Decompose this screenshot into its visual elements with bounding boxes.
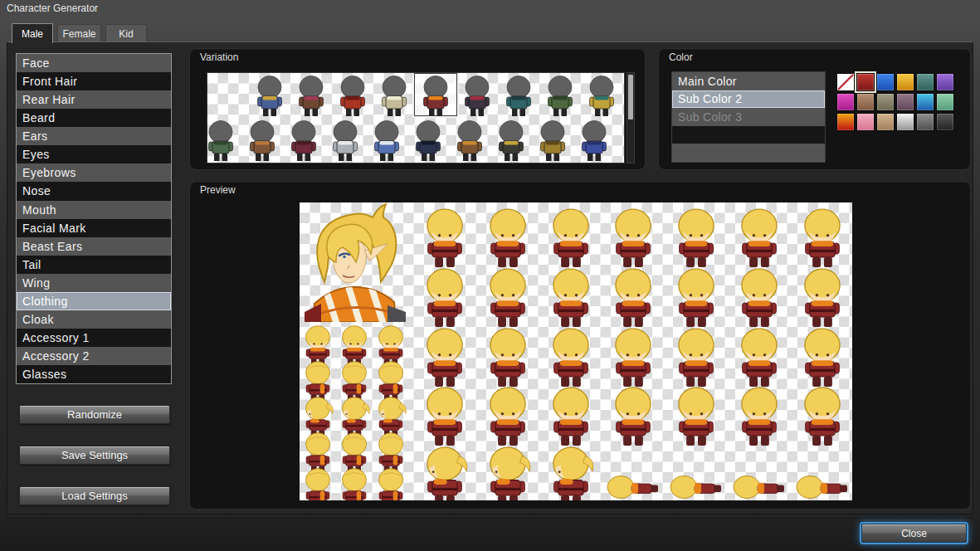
variation-thumbnail[interactable] [500,75,537,118]
color-swatch-gray[interactable] [916,113,934,131]
preview-sprite-down [793,471,851,500]
preview-sprite-big [609,384,657,456]
parts-list-item[interactable]: Beard [17,109,171,127]
variation-thumbnail[interactable] [493,119,529,163]
preview-title: Preview [200,184,236,196]
color-swatch-mauve[interactable] [896,93,914,111]
variation-title: Variation [200,51,238,63]
color-swatch-blue[interactable] [876,73,895,91]
variation-thumbnail[interactable] [327,119,363,163]
window-title: Character Generator [7,2,98,14]
close-button[interactable]: Close [861,524,967,543]
preview-groupbox: Preview [189,181,971,510]
variation-thumbnail[interactable] [244,119,280,163]
save-settings-button[interactable]: Save Settings [19,446,170,465]
color-swatch-pink[interactable] [856,113,875,131]
variation-thumbnail[interactable] [534,119,571,163]
preview-sprite-down [667,471,725,500]
variation-thumbnail[interactable] [207,119,239,163]
preview-sprite-big [484,444,532,500]
preview-sprite-big [672,384,720,456]
variation-thumbnail[interactable] [368,119,405,163]
preview-sprite-big [421,444,469,500]
preview-sprite-small [301,466,334,500]
footer-separator [7,518,973,519]
color-swatch-seafoam[interactable] [936,93,954,111]
color-swatch-none[interactable] [836,73,855,91]
color-option-item[interactable]: Sub Color 3 [672,108,825,126]
preview-sprite-big [798,384,846,456]
variation-thumbnail[interactable] [583,75,620,118]
tab-kid[interactable]: Kid [105,24,147,42]
generator-pane: FaceFront HairRear HairBeardEarsEyesEyeb… [7,41,973,514]
variation-groupbox: Variation [189,48,646,170]
scrollbar-thumb[interactable] [628,75,633,119]
variation-thumbnail[interactable] [293,75,329,118]
parts-list-item[interactable]: Eyebrows [17,163,171,182]
variation-thumbnail-area [207,72,625,163]
color-palette [836,73,958,131]
parts-list-item[interactable]: Mouth [17,201,171,219]
color-option-item[interactable]: Sub Color 2 [672,90,825,109]
color-swatch-gold[interactable] [896,73,914,91]
variation-thumbnail[interactable] [417,75,454,118]
preview-sprite-down [604,471,662,500]
color-option-empty-row [672,144,825,162]
parts-list-item[interactable]: Accessory 2 [17,347,171,365]
parts-list-item[interactable]: Cloak [17,310,171,329]
color-title: Color [669,51,693,63]
variation-thumbnail[interactable] [576,119,612,163]
tab-female[interactable]: Female [57,24,101,42]
parts-list-item[interactable]: Glasses [17,365,171,383]
color-option-list: Main ColorSub Color 2Sub Color 3 [671,71,826,163]
parts-list-item[interactable]: Tail [17,256,171,274]
variation-thumbnail[interactable] [451,119,488,163]
variation-scrollbar[interactable] [627,72,635,163]
parts-list-item[interactable]: Facial Mark [17,219,171,237]
variation-thumbnail[interactable] [285,119,322,163]
parts-list-item[interactable]: Ears [17,127,171,145]
preview-sprite-small [374,466,407,500]
preview-sprite-small [338,466,371,500]
color-swatch-olive[interactable] [876,93,895,111]
color-swatch-charcoal[interactable] [936,113,954,131]
variation-thumbnail[interactable] [459,75,495,118]
color-swatch-teal[interactable] [916,73,934,91]
variation-thumbnail[interactable] [542,75,578,118]
color-option-empty-row [672,126,825,144]
window-titlebar[interactable]: Character Generator [0,0,980,18]
preview-sprite-big [735,384,783,456]
variation-thumbnail[interactable] [334,75,371,118]
parts-list: FaceFront HairRear HairBeardEarsEyesEyeb… [16,53,172,384]
color-swatch-cyan-blue[interactable] [916,93,934,111]
parts-list-item[interactable]: Nose [17,182,171,200]
parts-list-item[interactable]: Clothing [17,292,171,310]
color-swatch-beige[interactable] [876,113,895,131]
load-settings-button[interactable]: Load Settings [19,486,170,505]
color-swatch-orange-red[interactable] [836,113,855,131]
preview-sheet [300,202,852,500]
color-swatch-silver[interactable] [896,113,914,131]
parts-list-item[interactable]: Rear Hair [17,90,171,109]
parts-list-item[interactable]: Wing [17,274,171,292]
color-swatch-magenta[interactable] [836,93,855,111]
color-swatch-purple[interactable] [936,73,954,91]
variation-thumbnail[interactable] [410,119,446,163]
color-groupbox: Color Main ColorSub Color 2Sub Color 3 [658,48,971,170]
parts-list-item[interactable]: Face [17,54,171,72]
preview-sprite-big [547,444,595,500]
tab-male[interactable]: Male [12,23,53,43]
parts-list-item[interactable]: Accessory 1 [17,329,171,347]
parts-list-item[interactable]: Front Hair [17,72,171,90]
variation-thumbnail[interactable] [251,75,288,118]
variation-thumbnail[interactable] [376,75,412,118]
color-swatch-tan[interactable] [856,93,875,111]
randomize-button[interactable]: Randomize [19,405,170,424]
parts-list-item[interactable]: Beast Ears [17,237,171,256]
color-swatch-red[interactable] [856,73,875,91]
color-option-item[interactable]: Main Color [672,72,825,90]
parts-list-item[interactable]: Eyes [17,145,171,163]
preview-face-portrait [300,202,410,325]
preview-sprite-down [730,471,788,500]
